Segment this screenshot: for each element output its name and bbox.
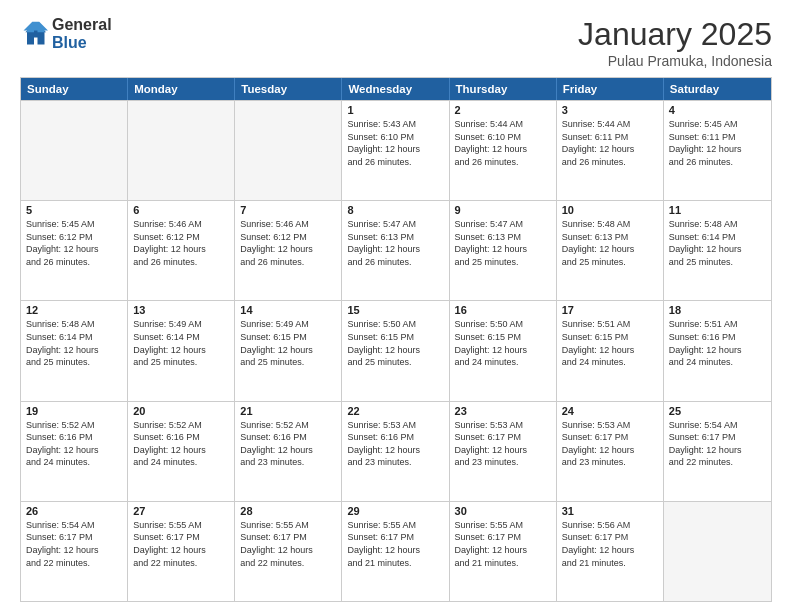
day-info: Sunrise: 5:52 AM Sunset: 6:16 PM Dayligh… xyxy=(240,419,336,469)
logo: General Blue xyxy=(20,16,112,51)
day-number: 1 xyxy=(347,104,443,116)
day-info: Sunrise: 5:52 AM Sunset: 6:16 PM Dayligh… xyxy=(133,419,229,469)
day-info: Sunrise: 5:55 AM Sunset: 6:17 PM Dayligh… xyxy=(347,519,443,569)
day-info: Sunrise: 5:55 AM Sunset: 6:17 PM Dayligh… xyxy=(455,519,551,569)
day-info: Sunrise: 5:48 AM Sunset: 6:14 PM Dayligh… xyxy=(669,218,766,268)
calendar-cell: 30Sunrise: 5:55 AM Sunset: 6:17 PM Dayli… xyxy=(450,502,557,601)
day-info: Sunrise: 5:54 AM Sunset: 6:17 PM Dayligh… xyxy=(669,419,766,469)
day-info: Sunrise: 5:51 AM Sunset: 6:15 PM Dayligh… xyxy=(562,318,658,368)
calendar-title: January 2025 xyxy=(578,16,772,53)
day-info: Sunrise: 5:46 AM Sunset: 6:12 PM Dayligh… xyxy=(133,218,229,268)
day-number: 31 xyxy=(562,505,658,517)
calendar-cell: 8Sunrise: 5:47 AM Sunset: 6:13 PM Daylig… xyxy=(342,201,449,300)
day-info: Sunrise: 5:50 AM Sunset: 6:15 PM Dayligh… xyxy=(455,318,551,368)
day-number: 4 xyxy=(669,104,766,116)
calendar-cell xyxy=(664,502,771,601)
calendar-cell: 3Sunrise: 5:44 AM Sunset: 6:11 PM Daylig… xyxy=(557,101,664,200)
day-info: Sunrise: 5:43 AM Sunset: 6:10 PM Dayligh… xyxy=(347,118,443,168)
calendar-header: SundayMondayTuesdayWednesdayThursdayFrid… xyxy=(21,78,771,100)
header-day-wednesday: Wednesday xyxy=(342,78,449,100)
day-info: Sunrise: 5:44 AM Sunset: 6:10 PM Dayligh… xyxy=(455,118,551,168)
day-info: Sunrise: 5:55 AM Sunset: 6:17 PM Dayligh… xyxy=(240,519,336,569)
calendar-cell: 18Sunrise: 5:51 AM Sunset: 6:16 PM Dayli… xyxy=(664,301,771,400)
day-number: 22 xyxy=(347,405,443,417)
calendar-cell: 6Sunrise: 5:46 AM Sunset: 6:12 PM Daylig… xyxy=(128,201,235,300)
calendar-cell: 10Sunrise: 5:48 AM Sunset: 6:13 PM Dayli… xyxy=(557,201,664,300)
day-number: 27 xyxy=(133,505,229,517)
day-info: Sunrise: 5:47 AM Sunset: 6:13 PM Dayligh… xyxy=(455,218,551,268)
day-number: 26 xyxy=(26,505,122,517)
logo-text: General Blue xyxy=(52,16,112,51)
day-info: Sunrise: 5:49 AM Sunset: 6:15 PM Dayligh… xyxy=(240,318,336,368)
calendar-cell xyxy=(235,101,342,200)
calendar-cell: 16Sunrise: 5:50 AM Sunset: 6:15 PM Dayli… xyxy=(450,301,557,400)
calendar-cell: 9Sunrise: 5:47 AM Sunset: 6:13 PM Daylig… xyxy=(450,201,557,300)
header-day-monday: Monday xyxy=(128,78,235,100)
week-row-3: 12Sunrise: 5:48 AM Sunset: 6:14 PM Dayli… xyxy=(21,300,771,400)
day-number: 18 xyxy=(669,304,766,316)
calendar-cell: 12Sunrise: 5:48 AM Sunset: 6:14 PM Dayli… xyxy=(21,301,128,400)
day-info: Sunrise: 5:48 AM Sunset: 6:13 PM Dayligh… xyxy=(562,218,658,268)
day-info: Sunrise: 5:53 AM Sunset: 6:16 PM Dayligh… xyxy=(347,419,443,469)
calendar-cell: 25Sunrise: 5:54 AM Sunset: 6:17 PM Dayli… xyxy=(664,402,771,501)
header: General Blue January 2025 Pulau Pramuka,… xyxy=(20,16,772,69)
header-day-sunday: Sunday xyxy=(21,78,128,100)
day-number: 16 xyxy=(455,304,551,316)
day-number: 30 xyxy=(455,505,551,517)
calendar-cell xyxy=(21,101,128,200)
calendar-cell: 4Sunrise: 5:45 AM Sunset: 6:11 PM Daylig… xyxy=(664,101,771,200)
day-info: Sunrise: 5:48 AM Sunset: 6:14 PM Dayligh… xyxy=(26,318,122,368)
calendar-subtitle: Pulau Pramuka, Indonesia xyxy=(578,53,772,69)
day-number: 24 xyxy=(562,405,658,417)
day-info: Sunrise: 5:53 AM Sunset: 6:17 PM Dayligh… xyxy=(455,419,551,469)
day-number: 15 xyxy=(347,304,443,316)
day-number: 28 xyxy=(240,505,336,517)
day-number: 25 xyxy=(669,405,766,417)
calendar-cell: 14Sunrise: 5:49 AM Sunset: 6:15 PM Dayli… xyxy=(235,301,342,400)
week-row-1: 1Sunrise: 5:43 AM Sunset: 6:10 PM Daylig… xyxy=(21,100,771,200)
day-number: 11 xyxy=(669,204,766,216)
calendar-cell: 11Sunrise: 5:48 AM Sunset: 6:14 PM Dayli… xyxy=(664,201,771,300)
day-info: Sunrise: 5:55 AM Sunset: 6:17 PM Dayligh… xyxy=(133,519,229,569)
week-row-4: 19Sunrise: 5:52 AM Sunset: 6:16 PM Dayli… xyxy=(21,401,771,501)
calendar-cell: 23Sunrise: 5:53 AM Sunset: 6:17 PM Dayli… xyxy=(450,402,557,501)
day-info: Sunrise: 5:56 AM Sunset: 6:17 PM Dayligh… xyxy=(562,519,658,569)
day-info: Sunrise: 5:52 AM Sunset: 6:16 PM Dayligh… xyxy=(26,419,122,469)
calendar-cell: 13Sunrise: 5:49 AM Sunset: 6:14 PM Dayli… xyxy=(128,301,235,400)
calendar-cell: 2Sunrise: 5:44 AM Sunset: 6:10 PM Daylig… xyxy=(450,101,557,200)
calendar-cell: 24Sunrise: 5:53 AM Sunset: 6:17 PM Dayli… xyxy=(557,402,664,501)
day-info: Sunrise: 5:47 AM Sunset: 6:13 PM Dayligh… xyxy=(347,218,443,268)
day-number: 21 xyxy=(240,405,336,417)
header-day-friday: Friday xyxy=(557,78,664,100)
day-info: Sunrise: 5:54 AM Sunset: 6:17 PM Dayligh… xyxy=(26,519,122,569)
day-number: 12 xyxy=(26,304,122,316)
day-info: Sunrise: 5:45 AM Sunset: 6:11 PM Dayligh… xyxy=(669,118,766,168)
calendar-cell: 17Sunrise: 5:51 AM Sunset: 6:15 PM Dayli… xyxy=(557,301,664,400)
day-number: 20 xyxy=(133,405,229,417)
calendar-cell: 5Sunrise: 5:45 AM Sunset: 6:12 PM Daylig… xyxy=(21,201,128,300)
day-number: 9 xyxy=(455,204,551,216)
header-day-tuesday: Tuesday xyxy=(235,78,342,100)
day-info: Sunrise: 5:49 AM Sunset: 6:14 PM Dayligh… xyxy=(133,318,229,368)
calendar-cell: 26Sunrise: 5:54 AM Sunset: 6:17 PM Dayli… xyxy=(21,502,128,601)
day-info: Sunrise: 5:45 AM Sunset: 6:12 PM Dayligh… xyxy=(26,218,122,268)
calendar-cell: 28Sunrise: 5:55 AM Sunset: 6:17 PM Dayli… xyxy=(235,502,342,601)
day-number: 13 xyxy=(133,304,229,316)
calendar-cell: 15Sunrise: 5:50 AM Sunset: 6:15 PM Dayli… xyxy=(342,301,449,400)
day-info: Sunrise: 5:53 AM Sunset: 6:17 PM Dayligh… xyxy=(562,419,658,469)
calendar-cell: 7Sunrise: 5:46 AM Sunset: 6:12 PM Daylig… xyxy=(235,201,342,300)
calendar: SundayMondayTuesdayWednesdayThursdayFrid… xyxy=(20,77,772,602)
day-number: 6 xyxy=(133,204,229,216)
calendar-body: 1Sunrise: 5:43 AM Sunset: 6:10 PM Daylig… xyxy=(21,100,771,601)
day-number: 19 xyxy=(26,405,122,417)
day-info: Sunrise: 5:44 AM Sunset: 6:11 PM Dayligh… xyxy=(562,118,658,168)
calendar-cell: 20Sunrise: 5:52 AM Sunset: 6:16 PM Dayli… xyxy=(128,402,235,501)
day-number: 8 xyxy=(347,204,443,216)
day-number: 17 xyxy=(562,304,658,316)
calendar-cell: 1Sunrise: 5:43 AM Sunset: 6:10 PM Daylig… xyxy=(342,101,449,200)
day-info: Sunrise: 5:51 AM Sunset: 6:16 PM Dayligh… xyxy=(669,318,766,368)
day-info: Sunrise: 5:50 AM Sunset: 6:15 PM Dayligh… xyxy=(347,318,443,368)
day-number: 7 xyxy=(240,204,336,216)
day-number: 23 xyxy=(455,405,551,417)
calendar-cell xyxy=(128,101,235,200)
